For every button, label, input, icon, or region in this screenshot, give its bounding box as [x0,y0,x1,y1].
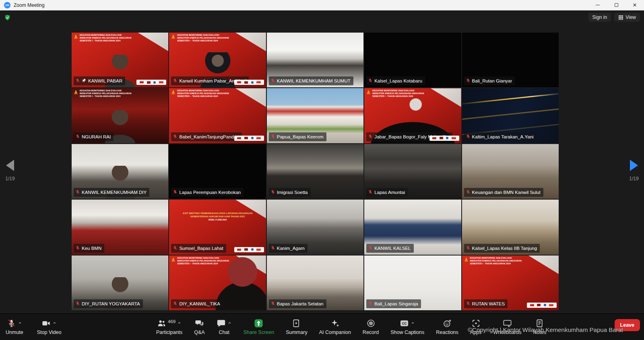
caret-up-icon[interactable] [18,319,22,324]
toolbar-item-label: Summary [286,330,307,335]
video-tile[interactable]: Papua_Bapas Keerom [267,88,363,143]
participant-name: Kalsel_Lapas Kelas IIB Tanjung [472,246,537,251]
caret-up-icon[interactable] [177,319,182,324]
participant-nameplate: Lapas Perempuan Kerobokan [171,188,244,197]
video-tile[interactable]: Lapas Perempuan Kerobokan [169,144,266,199]
participant-nameplate: KANWIL KEMENKUMHAM SUMUT [269,76,353,85]
video-tile[interactable]: KANWIL KEMENKUMHAM DIY [72,144,168,199]
grid-view-icon [618,15,623,20]
video-tile[interactable]: Keuangan dan BMN Kanwil Sulut [462,144,559,199]
show-captions-button[interactable]: CCShow Captions [390,319,424,335]
video-tile[interactable]: Bali_Rutan Gianyar [462,33,559,87]
unmute-button[interactable]: Unmute [6,319,23,335]
participant-nameplate: Kanim_Agam [269,244,308,253]
mic-muted-small-icon [173,189,178,196]
participants-button[interactable]: 469Participants [156,319,182,335]
participant-name: Bapas Jakarta Selatan [277,301,324,306]
sponsor-logo-strip [429,136,459,141]
kemenkumham-logo-icon [464,257,469,264]
record-icon [366,319,376,328]
sponsor-logo-strip [234,80,264,85]
mic-muted-small-icon [368,133,373,140]
mic-muted-small-icon [466,133,471,140]
chat-icon [217,319,226,328]
view-button[interactable]: View [614,13,640,22]
close-button[interactable]: ✕ [625,0,644,10]
video-tile[interactable]: Imigrasi Soetta [267,144,363,199]
svg-text:CC: CC [402,322,407,326]
toolbar-item-label: Reactions [436,330,458,335]
summary-icon [292,319,301,328]
video-tile[interactable]: KEGIATAN MONITORING DAN EVALUASIINDIKATO… [72,33,168,87]
mic-muted-small-icon [270,133,275,140]
toolbar-item-label: Participants [156,330,182,335]
gallery-next-page[interactable]: 1/19 [627,160,641,181]
participant-name: Kaltim_Lapas Tarakan_A.Yani [472,134,534,139]
summary-button[interactable]: Summary [286,319,307,335]
participant-name: Lapas Perempuan Kerobokan [179,190,241,195]
cc-icon: CC [400,319,409,328]
security-shield-icon[interactable] [4,14,11,21]
video-tile[interactable]: Kaltim_Lapas Tarakan_A.Yani [462,88,559,143]
q-a-button[interactable]: Q&A [194,319,204,335]
video-tile[interactable]: EXIT MEETING PEMERIKSAAN ATAS LAPORAN KE… [169,200,266,254]
next-arrow-icon[interactable] [630,160,638,171]
participant-name: DIY_RUTAN YOGYAKARTA [82,301,140,306]
view-label: View [625,14,636,20]
video-tile[interactable]: Bali_Lapas Singaraja [364,256,461,310]
video-tile[interactable]: KEGIATAN MONITORING DAN EVALUASIINDIKATO… [169,88,266,143]
reactions-button[interactable]: Reactions [436,319,458,335]
chat-button[interactable]: Chat [217,319,232,335]
mic-muted-small-icon [173,133,178,140]
video-tile[interactable]: Kalsel_Lapas Kotabaru [364,33,461,87]
video-tile[interactable]: Bapas Jakarta Selatan [267,256,363,310]
stop-video-button[interactable]: Stop Video [37,319,62,335]
video-tile[interactable]: KEGIATAN MONITORING DAN EVALUASIINDIKATO… [364,88,461,143]
mic-muted-small-icon [466,300,471,307]
video-tile[interactable]: KANWIL KEMENKUMHAM SUMUT [267,33,363,87]
record-button[interactable]: Record [363,319,379,335]
participant-nameplate: Kalsel_Lapas Kelas IIB Tanjung [464,244,540,253]
video-tile[interactable]: KEGIATAN MONITORING DAN EVALUASIINDIKATO… [169,256,266,310]
toolbar-item-label: Chat [219,330,229,335]
mic-muted-small-icon [466,189,471,196]
video-tile[interactable]: Kanim_Agam [267,200,363,254]
mic-muted-small-icon [173,300,178,307]
participant-count-badge: 469 [168,319,175,324]
copyright-watermark: ©Copyright | Kantor Wilayah Kemenkumham … [468,326,623,333]
video-tile[interactable]: Keu BMN [72,200,168,254]
participant-name: Imigrasi Soetta [277,190,308,195]
participant-nameplate: KANWIL KEMENKUMHAM DIY [74,188,149,197]
participant-name: Keu BMN [82,246,101,251]
participant-nameplate: RUTAN WATES [464,299,508,308]
participant-nameplate: NGURAH RAI [74,132,114,141]
video-tile[interactable]: KEGIATAN MONITORING DAN EVALUASIINDIKATO… [169,33,266,87]
reactions-icon [443,319,452,328]
caret-up-icon[interactable] [227,319,232,324]
prev-arrow-icon[interactable] [6,160,14,171]
video-tile[interactable]: KANWIL KALSEL [364,200,461,254]
share-screen-button[interactable]: Share Screen [244,319,274,335]
minimize-button[interactable] [588,0,607,10]
gallery-prev-page[interactable]: 1/19 [3,160,17,181]
meeting-client-area: Sign in View KEGIATAN MONITORING DAN EVA… [0,10,644,340]
share-icon [254,319,263,328]
zoom-app-icon: zm [4,2,10,8]
video-tile[interactable]: Lapas Amuntai [364,144,461,199]
toolbar-item-label: Show Captions [390,330,424,335]
toolbar-item-label: Share Screen [244,330,274,335]
toolbar-item-label: Record [363,330,379,335]
participant-name: KANWIL PABAR [88,78,122,83]
video-tile[interactable]: DIY_RUTAN YOGYAKARTA [72,256,168,310]
sign-in-button[interactable]: Sign in [588,13,611,22]
video-tile[interactable]: Kalsel_Lapas Kelas IIB Tanjung [462,200,559,254]
maximize-button[interactable] [607,0,625,10]
video-tile[interactable]: KEGIATAN MONITORING DAN EVALUASIINDIKATO… [462,256,559,310]
ai-companion-button[interactable]: AI Companion [319,319,351,335]
pin-icon [82,77,87,84]
participant-name: DIY_KANWIL_TIKA [179,301,220,306]
video-tile[interactable]: KEGIATAN MONITORING DAN EVALUASIINDIKATO… [72,88,168,143]
caret-up-icon[interactable] [52,319,57,324]
mic-muted-small-icon [75,133,80,140]
caret-up-icon[interactable] [411,319,415,324]
